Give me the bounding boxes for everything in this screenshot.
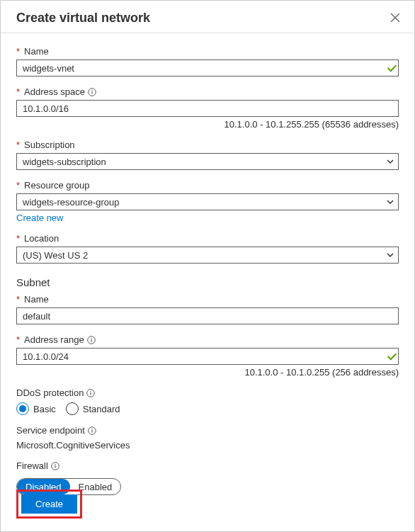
radio-icon xyxy=(16,402,29,415)
svg-rect-4 xyxy=(91,90,92,91)
svg-rect-6 xyxy=(91,339,91,342)
create-button[interactable]: Create xyxy=(21,494,77,514)
subscription-select[interactable]: widgets-subscription xyxy=(16,153,399,170)
service-endpoint-value: Microsoft.CognitiveServices xyxy=(16,440,399,451)
form-content: *Name *Address space 10.1.0.0 - 10.1.255… xyxy=(1,33,414,495)
subnet-range-helper: 10.1.0.0 - 10.1.0.255 (256 addresses) xyxy=(16,367,399,378)
svg-rect-7 xyxy=(91,338,91,339)
create-button-highlight: Create xyxy=(16,489,82,519)
field-name: *Name xyxy=(16,46,399,77)
svg-rect-13 xyxy=(91,429,92,429)
svg-rect-16 xyxy=(55,464,55,465)
location-select[interactable]: (US) West US 2 xyxy=(16,247,399,264)
ddos-radio-basic[interactable]: Basic xyxy=(16,402,56,415)
field-subnet-name: *Name xyxy=(16,294,399,324)
info-icon[interactable] xyxy=(86,389,95,397)
svg-rect-12 xyxy=(91,430,92,433)
info-icon[interactable] xyxy=(88,88,96,96)
firewall-label: Firewall xyxy=(16,460,399,471)
name-label: *Name xyxy=(16,46,399,57)
address-space-input[interactable] xyxy=(16,100,399,117)
resource-group-label: *Resource group xyxy=(16,180,399,191)
subscription-label: *Subscription xyxy=(16,140,399,150)
panel-header: Create virtual network xyxy=(1,1,414,33)
subnet-range-input[interactable] xyxy=(16,348,399,365)
address-space-helper: 10.1.0.0 - 10.1.255.255 (65536 addresses… xyxy=(16,119,399,130)
field-subscription: *Subscription widgets-subscription xyxy=(16,140,399,170)
field-service-endpoint: Service endpoint Microsoft.CognitiveServ… xyxy=(16,425,399,451)
field-address-space: *Address space 10.1.0.0 - 10.1.255.255 (… xyxy=(16,86,399,130)
svg-rect-10 xyxy=(91,391,91,392)
field-ddos: DDoS protection Basic Standard xyxy=(16,387,399,415)
radio-icon xyxy=(66,402,79,415)
field-subnet-range: *Address range 10.1.0.0 - 10.1.0.255 (25… xyxy=(16,334,399,378)
subnet-section-title: Subnet xyxy=(16,276,399,288)
subnet-name-label: *Name xyxy=(16,294,399,305)
info-icon[interactable] xyxy=(87,336,96,344)
svg-rect-9 xyxy=(91,392,91,395)
field-resource-group: *Resource group widgets-resource-group C… xyxy=(16,180,399,223)
name-input[interactable] xyxy=(16,60,399,77)
ddos-label: DDoS protection xyxy=(16,387,399,398)
ddos-radio-standard[interactable]: Standard xyxy=(66,402,120,415)
info-icon[interactable] xyxy=(88,426,96,435)
svg-rect-15 xyxy=(55,465,55,468)
create-new-link[interactable]: Create new xyxy=(16,213,63,223)
panel-title: Create virtual network xyxy=(16,11,150,26)
service-endpoint-label: Service endpoint xyxy=(16,425,399,436)
field-location: *Location (US) West US 2 xyxy=(16,233,399,264)
panel-footer: Create xyxy=(1,481,414,531)
location-label: *Location xyxy=(16,233,399,244)
address-space-label: *Address space xyxy=(16,86,399,97)
subnet-range-label: *Address range xyxy=(16,334,399,345)
close-icon[interactable] xyxy=(390,13,402,24)
svg-rect-3 xyxy=(91,91,92,94)
info-icon[interactable] xyxy=(51,462,59,470)
subnet-name-input[interactable] xyxy=(16,307,399,324)
resource-group-select[interactable]: widgets-resource-group xyxy=(16,193,399,210)
